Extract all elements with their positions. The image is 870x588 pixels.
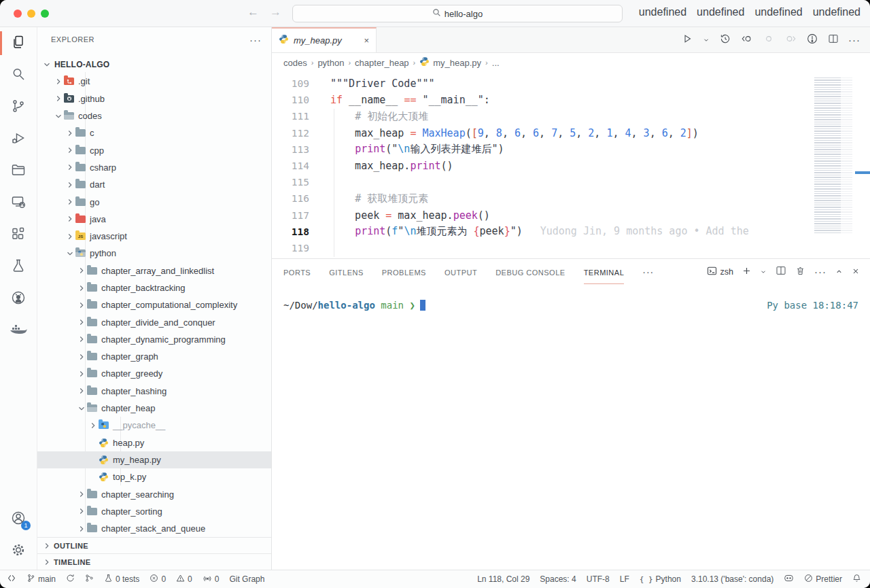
status-language-mode[interactable]: { }Python	[640, 574, 681, 584]
tab-my-heap-py[interactable]: my_heap.py ×	[272, 27, 377, 52]
breadcrumb-item[interactable]: codes	[283, 58, 307, 68]
forward-button[interactable]: →	[270, 5, 281, 19]
activity-item-project-manager[interactable]	[0, 155, 37, 187]
tree-item-chapter-graph[interactable]: chapter_graph	[37, 348, 271, 365]
panel-tab-output[interactable]: OUTPUT	[445, 260, 477, 283]
panel-tabs-more-icon[interactable]: ···	[642, 266, 654, 277]
explorer-more-actions-icon[interactable]: ···	[249, 34, 262, 46]
activity-item-explorer[interactable]	[0, 27, 37, 59]
status-encoding[interactable]: UTF-8	[587, 574, 610, 584]
panel-tab-gitlens[interactable]: GITLENS	[329, 260, 364, 283]
tree-item-python[interactable]: python	[37, 245, 271, 262]
tree-item-chapter-divide-and-conquer[interactable]: chapter_divide_and_conquer	[37, 313, 271, 330]
activity-item-remote-explorer[interactable]	[0, 187, 37, 219]
tree-item-hello-algo[interactable]: HELLO-ALGO	[37, 56, 271, 73]
tree-item-chapter-greedy[interactable]: chapter_greedy	[37, 365, 271, 382]
minimap[interactable]	[810, 72, 860, 254]
status-errors[interactable]: 0	[150, 574, 166, 585]
tree-item-dart[interactable]: dart	[37, 176, 271, 193]
activity-item-settings[interactable]	[0, 535, 37, 567]
tree-item-cpp[interactable]: cpp	[37, 141, 271, 158]
breadcrumb-item[interactable]: python	[317, 58, 344, 68]
panel-tab-terminal[interactable]: TERMINAL	[584, 260, 625, 284]
status-eol[interactable]: LF	[620, 574, 629, 584]
change-icon[interactable]	[763, 33, 775, 48]
tree-item-javascript[interactable]: JSjavascript	[37, 228, 271, 245]
breadcrumb-item[interactable]: my_heap.py	[419, 56, 481, 69]
activity-item-testing[interactable]	[0, 251, 37, 283]
blame-icon[interactable]	[806, 33, 818, 48]
panel-tab-ports[interactable]: PORTS	[283, 260, 311, 283]
tree-item-chapter-computational-complexity[interactable]: chapter_computational_complexity	[37, 296, 271, 313]
status-tests[interactable]: 0 tests	[104, 574, 139, 585]
panel-tab-debug-console[interactable]: DEBUG CONSOLE	[495, 260, 565, 283]
tree-item-chapter-array-and-linkedlist[interactable]: chapter_array_and_linkedlist	[37, 262, 271, 279]
prev-change-icon[interactable]	[741, 33, 753, 48]
terminal-shell-selector[interactable]: zsh	[707, 266, 733, 278]
chevron-down-sm-icon[interactable]	[703, 34, 710, 46]
minimize-window-button[interactable]	[27, 10, 35, 18]
tree-item-chapter-backtracking[interactable]: chapter_backtracking	[37, 279, 271, 296]
tree-item-my-heap-py[interactable]: my_heap.py	[37, 451, 271, 468]
activity-item-run-debug[interactable]	[0, 123, 37, 155]
status-python-interpreter[interactable]: 3.10.13 ('base': conda)	[691, 574, 773, 584]
status-git-graph-view[interactable]	[85, 574, 94, 585]
command-center-search[interactable]: hello-algo	[292, 5, 623, 22]
more-icon[interactable]: ···	[848, 34, 860, 46]
outline-section[interactable]: OUTLINE	[37, 537, 271, 553]
activity-item-accounts[interactable]: 1	[0, 503, 37, 535]
status-copilot[interactable]	[784, 574, 794, 585]
tree-item--git[interactable]: .git	[37, 73, 271, 90]
tree-item-heap-py[interactable]: heap.py	[37, 434, 271, 451]
tree-item-chapter-hashing[interactable]: chapter_hashing	[37, 383, 271, 400]
close-icon[interactable]	[852, 266, 860, 278]
toggle-secondary-sidebar-icon[interactable]: undefined	[754, 6, 802, 18]
overview-ruler[interactable]	[860, 72, 870, 254]
tree-item-chapter-dynamic-programming[interactable]: chapter_dynamic_programming	[37, 331, 271, 348]
tree-item--pycache-[interactable]: __pycache__	[37, 417, 271, 434]
zoom-window-button[interactable]	[41, 10, 49, 18]
status-remote-indicator[interactable]	[7, 574, 16, 585]
split-editor-icon[interactable]	[776, 265, 786, 279]
tree-item-c[interactable]: c	[37, 124, 271, 141]
back-button[interactable]: ←	[247, 5, 259, 19]
tree-item-java[interactable]: java	[37, 211, 271, 228]
tree-item-csharp[interactable]: csharp	[37, 159, 271, 176]
breadcrumb-item[interactable]: ...	[492, 58, 500, 68]
status-prettier[interactable]: Prettier	[804, 574, 842, 585]
status-cursor-position[interactable]: Ln 118, Col 29	[477, 574, 529, 584]
toggle-primary-sidebar-icon[interactable]: undefined	[639, 6, 686, 18]
breadcrumb-item[interactable]: chapter_heap	[355, 58, 409, 68]
chevron-up-icon[interactable]	[835, 266, 843, 278]
timeline-section[interactable]: TIMELINE	[37, 553, 271, 570]
activity-item-source-control[interactable]	[0, 91, 37, 123]
status-warnings[interactable]: 0	[176, 574, 192, 585]
activity-item-extensions[interactable]	[0, 219, 37, 251]
run-icon[interactable]	[681, 33, 693, 48]
tree-item-go[interactable]: go	[37, 193, 271, 210]
status-feedback[interactable]: 0	[203, 574, 220, 585]
close-window-button[interactable]	[14, 10, 22, 18]
status-notifications[interactable]	[852, 574, 861, 585]
tree-item-chapter-searching[interactable]: chapter_searching	[37, 485, 271, 502]
plus-icon[interactable]	[742, 266, 751, 278]
tree-item-codes[interactable]: codes	[37, 107, 271, 124]
activity-item-search[interactable]	[0, 59, 37, 91]
history-icon[interactable]	[719, 33, 731, 48]
status-git-graph[interactable]: Git Graph	[229, 574, 264, 584]
tree-item-chapter-heap[interactable]: chapter_heap	[37, 400, 271, 417]
split-editor-icon[interactable]	[828, 33, 839, 47]
terminal[interactable]: ~/Dow/hello-algo main ❯ Py base 18:18:47	[272, 285, 870, 570]
close-tab-icon[interactable]: ×	[364, 35, 369, 46]
status-branch[interactable]: main	[27, 574, 56, 585]
activity-item-github[interactable]	[0, 283, 37, 315]
status-sync[interactable]	[66, 574, 75, 585]
status-indentation[interactable]: Spaces: 4	[540, 574, 576, 584]
trash-icon[interactable]	[795, 266, 805, 279]
code-editor[interactable]: 109"""Driver Code"""110if __name__ == "_…	[272, 72, 805, 258]
panel-tab-problems[interactable]: PROBLEMS	[382, 260, 426, 283]
tree-item--github[interactable]: .github	[37, 90, 271, 107]
activity-item-docker[interactable]	[0, 315, 37, 347]
tree-item-chapter-sorting[interactable]: chapter_sorting	[37, 503, 271, 520]
tree-item-chapter-stack-and-queue[interactable]: chapter_stack_and_queue	[37, 520, 271, 537]
